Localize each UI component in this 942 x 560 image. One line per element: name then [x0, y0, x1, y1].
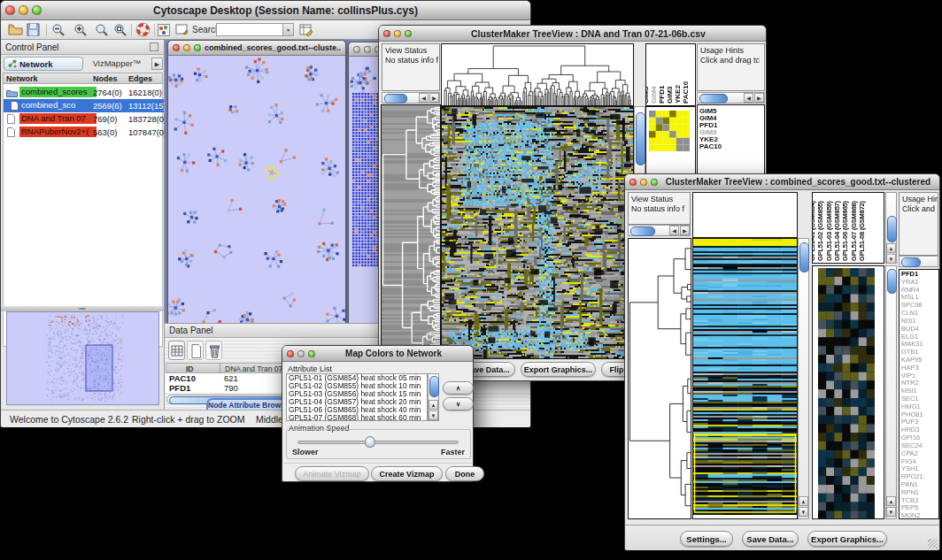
delete-attribute-trash-button[interactable]: [205, 341, 222, 360]
birdseye-view[interactable]: [6, 311, 159, 405]
network-row-selected[interactable]: combined_sco 2569(6) 13112(15): [4, 99, 164, 112]
float-panel-icon[interactable]: [150, 42, 158, 51]
close-button[interactable]: [353, 46, 360, 53]
view-status-scrollbar[interactable]: ◀ ▶: [382, 92, 440, 104]
zoom-window-button[interactable]: [651, 179, 658, 186]
gene-list-panel[interactable]: PFD1YRA1RNR4MSL1SPC98CLN1NIS1BUD4ELG1MAK…: [899, 269, 939, 519]
scrollbar-thumb[interactable]: [384, 94, 407, 104]
scroll-up-arrow[interactable]: ▲: [886, 496, 896, 506]
open-file-button[interactable]: [8, 23, 23, 40]
network-grid-canvas[interactable]: [349, 57, 381, 323]
heatmap-canvas[interactable]: [693, 239, 797, 518]
row-dendrogram-canvas[interactable]: [629, 239, 691, 518]
vizmapper-icon-button[interactable]: [158, 24, 170, 40]
tab-overflow-arrow[interactable]: ▶: [151, 58, 163, 70]
scrollbar-thumb[interactable]: [630, 226, 655, 236]
scroll-left-arrow[interactable]: ◀: [744, 93, 753, 103]
row-dendrogram-panel[interactable]: [381, 104, 441, 359]
gene-list-item[interactable]: MON2: [900, 512, 938, 519]
export-graphics-button[interactable]: Export Graphics...: [807, 531, 887, 547]
resize-grip[interactable]: [928, 539, 938, 548]
scrollbar-thumb[interactable]: [901, 257, 921, 267]
heatmap-panel[interactable]: [441, 106, 634, 359]
minimize-button[interactable]: [19, 5, 28, 15]
labels-vscrollbar[interactable]: ▲ ▼: [885, 192, 897, 264]
birdseye-canvas[interactable]: [7, 312, 158, 404]
scroll-right-arrow[interactable]: ▶: [429, 93, 439, 103]
scroll-up-arrow[interactable]: ▲: [886, 243, 896, 253]
minimize-button[interactable]: [297, 350, 305, 357]
scrollbar-thumb[interactable]: [699, 94, 728, 104]
main-title-bar[interactable]: Cytoscape Desktop (Session Name: collins…: [1, 1, 530, 20]
attribute-list[interactable]: GPL51-01 (GSM854) heat shock 05 minGPL51…: [286, 373, 428, 421]
gene-list-item[interactable]: PAC10: [698, 143, 764, 150]
close-button[interactable]: [383, 30, 390, 37]
zoom-vscrollbar[interactable]: ▲ ▼: [885, 265, 897, 519]
network-row[interactable]: DNA and Tran 07 769(0) 183728(0): [4, 112, 164, 126]
heatmap-vscrollbar[interactable]: ▲ ▼: [798, 238, 809, 519]
done-button[interactable]: Done: [445, 466, 484, 481]
zoom-selected-button[interactable]: [113, 23, 127, 41]
new-attribute-button[interactable]: [187, 341, 204, 360]
export-graphics-button[interactable]: Export Graphics...: [521, 362, 596, 377]
minimize-button[interactable]: [364, 46, 371, 53]
scroll-right-arrow[interactable]: ▶: [754, 93, 764, 103]
row-dendrogram-canvas[interactable]: [382, 105, 440, 358]
settings-button[interactable]: Settings...: [680, 531, 733, 547]
zoom-heatmap-panel[interactable]: [812, 265, 884, 519]
annotation-icon-button[interactable]: [175, 23, 189, 40]
scrollbar-thumb[interactable]: [636, 112, 645, 165]
animate-vizmap-button[interactable]: Animate Vizmap: [295, 466, 369, 481]
heatmap-panel[interactable]: [692, 238, 798, 519]
search-dropdown-arrow[interactable]: ▾: [282, 23, 294, 36]
scroll-down-arrow[interactable]: ▼: [886, 254, 896, 264]
attribute-browser-icon-button[interactable]: [299, 23, 313, 41]
scrollbar-thumb[interactable]: [887, 216, 897, 242]
close-button[interactable]: [629, 179, 637, 186]
scrollbar-thumb[interactable]: [429, 376, 439, 397]
scrollbar-thumb[interactable]: [887, 269, 897, 294]
attribute-list-scrollbar[interactable]: ▲ ▼: [428, 373, 439, 421]
dialog-title-bar[interactable]: Map Colors to Network: [282, 346, 473, 362]
network-view-title-bar[interactable]: combined_scores_good.txt--cluste...: [168, 41, 345, 56]
close-button[interactable]: [173, 44, 180, 51]
zoom-heatmap-canvas[interactable]: [818, 268, 875, 519]
minimize-button[interactable]: [394, 30, 401, 37]
treeview1-title-bar[interactable]: ClusterMaker TreeView : DNA and Tran 07-…: [379, 26, 766, 42]
scroll-left-arrow[interactable]: ◀: [669, 226, 679, 235]
zoom-window-button[interactable]: [194, 44, 201, 51]
speed-slider-track[interactable]: [297, 441, 459, 444]
save-button[interactable]: [27, 23, 40, 40]
tab-network[interactable]: Network: [4, 57, 83, 71]
correlation-matrix-canvas[interactable]: [649, 111, 690, 151]
scroll-up-arrow[interactable]: ▲: [799, 496, 808, 506]
heatmap-canvas[interactable]: [442, 107, 633, 358]
scroll-down-arrow[interactable]: ▼: [886, 507, 896, 517]
zoom-fit-button[interactable]: [95, 23, 109, 41]
table-mode-button[interactable]: [168, 341, 185, 360]
minimize-button[interactable]: [183, 44, 190, 51]
zoom-window-button[interactable]: [32, 5, 42, 15]
create-vizmap-button[interactable]: Create Vizmap: [371, 466, 443, 481]
network-table-header[interactable]: Network Nodes Edges: [3, 73, 163, 84]
scrollbar-thumb[interactable]: [799, 242, 809, 272]
treeview2-title-bar[interactable]: ClusterMaker TreeView : combined_scores_…: [625, 174, 939, 190]
zoom-window-button[interactable]: [405, 30, 412, 37]
network-row[interactable]: RNAPuberNov2+( 563(0) 107847(0): [4, 126, 164, 139]
scroll-right-arrow[interactable]: ▶: [680, 226, 690, 235]
scroll-down-arrow[interactable]: ▼: [799, 507, 808, 517]
scroll-up-arrow[interactable]: ▲: [429, 400, 438, 410]
help-lifering-icon[interactable]: [135, 22, 151, 41]
close-button[interactable]: [287, 350, 294, 357]
move-down-button[interactable]: ∨: [443, 397, 474, 410]
column-dendrogram-panel[interactable]: [441, 43, 634, 106]
close-button[interactable]: [5, 5, 15, 15]
attribute-item[interactable]: GPL51-07 (GSM868) heat shock 60 min: [287, 414, 427, 421]
usage-hints-scrollbar[interactable]: [899, 256, 938, 267]
move-up-button[interactable]: ∧: [443, 381, 474, 395]
scroll-down-arrow[interactable]: ▼: [429, 410, 438, 420]
column-dendrogram-canvas[interactable]: [442, 44, 633, 105]
tab-vizmapper[interactable]: VizMapper™: [86, 58, 148, 70]
network-row[interactable]: combined_scores 2764(0) 16218(0): [4, 86, 164, 99]
usage-hints-scrollbar[interactable]: ◀ ▶: [697, 92, 765, 104]
